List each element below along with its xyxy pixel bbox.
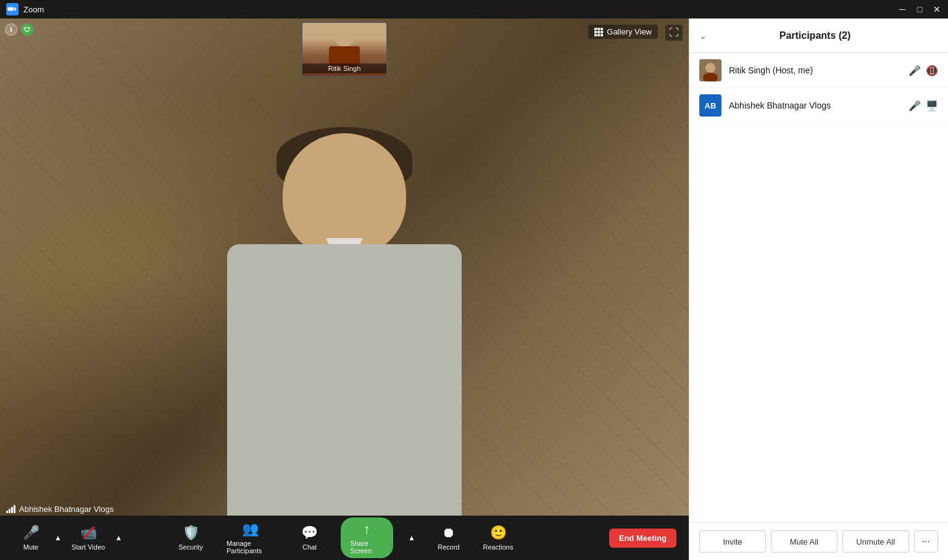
invite-button[interactable]: Invite xyxy=(699,530,766,553)
minimize-button[interactable]: ─ xyxy=(897,4,907,14)
end-meeting-button[interactable]: End Meeting xyxy=(609,529,676,548)
record-button[interactable]: ⏺ Record xyxy=(430,521,467,554)
video-area: i 🛡 Ritik Singh Gallery View ⛶ xyxy=(0,19,689,560)
manage-participants-wrapper: 👥 Manage Participants xyxy=(222,517,279,558)
mic-muted-icon: 🎤 xyxy=(908,65,921,76)
main-participant-name-label: Abhishek Bhatnagar Vlogs xyxy=(6,504,114,514)
mute-button[interactable]: 🎤 Mute xyxy=(12,521,49,554)
participant-thumbnail[interactable]: Ritik Singh xyxy=(301,22,388,77)
video-icon: 📹 xyxy=(80,525,97,541)
svg-point-2 xyxy=(705,63,715,73)
mic-icon: 🎤 xyxy=(23,525,40,541)
video-caret[interactable]: ▲ xyxy=(112,530,125,546)
video-top-bar: Ritik Singh xyxy=(0,19,689,93)
title-bar-left: Zoom xyxy=(6,3,44,15)
participant-info-abhishek: Abhishek Bhatnagar Vlogs xyxy=(729,100,901,111)
zoom-logo-icon xyxy=(6,3,19,15)
toolbar-center: 🛡️ Security 👥 Manage Participants 💬 Chat xyxy=(172,517,517,558)
participant-item: Ritik Singh (Host, me) 🎤 📵 xyxy=(689,53,948,88)
chevron-up-icon: ▲ xyxy=(54,533,62,542)
participant-avatar-abhishek: AB xyxy=(699,94,721,117)
thumbnail-name: Ritik Singh xyxy=(302,64,386,73)
main-participant-name: Abhishek Bhatnagar Vlogs xyxy=(19,504,114,514)
main-person-figure xyxy=(175,96,514,516)
maximize-button[interactable]: □ xyxy=(915,4,925,14)
main-content: i 🛡 Ritik Singh Gallery View ⛶ xyxy=(0,19,948,560)
participant-controls-ritik: 🎤 📵 xyxy=(908,65,938,76)
panel-collapse-button[interactable]: ⌄ xyxy=(699,31,707,41)
security-button[interactable]: 🛡️ Security xyxy=(172,521,209,554)
participants-icon: 👥 xyxy=(242,521,259,537)
reactions-icon: 🙂 xyxy=(490,525,507,541)
bottom-toolbar: 🎤 Mute ▲ 📹 Start Video xyxy=(0,516,689,560)
security-icon: 🛡️ xyxy=(183,525,199,541)
main-video-background xyxy=(0,19,689,516)
panel-header: ⌄ Participants (2) xyxy=(689,19,948,53)
participants-list: Ritik Singh (Host, me) 🎤 📵 AB Abhishek B… xyxy=(689,53,948,522)
participant-avatar-ritik xyxy=(699,59,721,81)
title-bar: Zoom ─ □ ✕ xyxy=(0,0,948,19)
video-muted-icon: 📵 xyxy=(926,65,938,76)
ritik-photo xyxy=(699,59,721,81)
right-panel: ⌄ Participants (2) xyxy=(689,19,948,560)
mute-label: Mute xyxy=(23,543,38,551)
chat-icon: 💬 xyxy=(301,525,318,541)
participant-name-abhishek: Abhishek Bhatnagar Vlogs xyxy=(729,101,831,110)
participant-info-ritik: Ritik Singh (Host, me) xyxy=(729,65,901,76)
mute-all-button[interactable]: Mute All xyxy=(771,530,838,553)
chat-label: Chat xyxy=(302,543,317,551)
chevron-up-icon-2: ▲ xyxy=(115,533,122,542)
record-label: Record xyxy=(438,543,459,551)
reactions-label: Reactions xyxy=(483,543,514,551)
start-video-label: Start Video xyxy=(72,543,105,551)
main-video xyxy=(0,19,689,516)
panel-bottom: Invite Mute All Unmute All ··· xyxy=(689,522,948,560)
title-bar-controls: ─ □ ✕ xyxy=(897,4,942,14)
toolbar-right: End Meeting xyxy=(609,529,676,548)
person-body xyxy=(227,244,462,516)
share-caret[interactable]: ▲ xyxy=(405,530,418,546)
record-icon: ⏺ xyxy=(442,525,455,541)
manage-participants-label: Manage Participants xyxy=(227,540,274,554)
signal-bars xyxy=(6,505,15,513)
participant-item-2: AB Abhishek Bhatnagar Vlogs 🎤 🖥️ xyxy=(689,88,948,123)
app-title: Zoom xyxy=(23,5,44,14)
toolbar-left: 🎤 Mute ▲ 📹 Start Video xyxy=(12,521,125,554)
close-button[interactable]: ✕ xyxy=(932,4,942,14)
panel-title: Participants (2) xyxy=(780,30,851,41)
manage-participants-button[interactable]: 👥 Manage Participants xyxy=(222,517,279,558)
participant-controls-abhishek: 🎤 🖥️ xyxy=(908,100,938,112)
unmute-all-button[interactable]: Unmute All xyxy=(842,530,909,553)
mute-caret[interactable]: ▲ xyxy=(52,530,64,546)
security-label: Security xyxy=(178,543,203,551)
chevron-up-icon-3: ▲ xyxy=(408,533,415,542)
participant-name-ritik: Ritik Singh (Host, me) xyxy=(729,65,813,75)
mic-icon-abhishek: 🎤 xyxy=(908,100,921,112)
chat-button[interactable]: 💬 Chat xyxy=(291,521,328,554)
avatar-photo-ritik xyxy=(699,59,721,81)
video-icon-abhishek: 🖥️ xyxy=(926,100,938,112)
avatar-initials-abhishek: AB xyxy=(699,94,721,117)
share-screen-label: Share Screen xyxy=(351,540,384,554)
reactions-button[interactable]: 🙂 Reactions xyxy=(480,521,517,554)
share-screen-button[interactable]: ↑ Share Screen xyxy=(341,517,394,558)
share-screen-icon: ↑ xyxy=(364,521,370,537)
more-options-button[interactable]: ··· xyxy=(914,530,938,553)
start-video-button[interactable]: 📹 Start Video xyxy=(67,521,110,554)
